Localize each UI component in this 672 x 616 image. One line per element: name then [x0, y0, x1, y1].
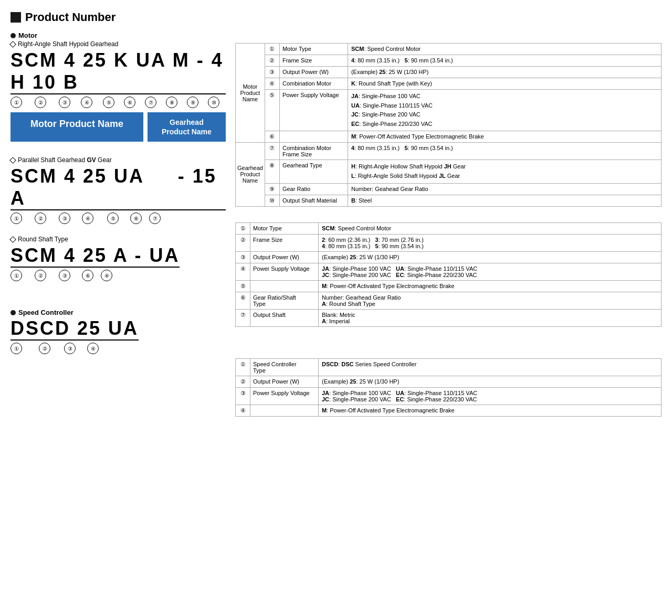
table-row: ⑥ Gear Ratio/ShaftType Number: Gearhead …	[236, 292, 662, 309]
num-6: ⑥	[124, 97, 135, 108]
table-row: ⑥ M: Power-Off Activated Type Electromag…	[236, 131, 662, 143]
motor-product-group-label: MotorProductName	[236, 44, 265, 143]
left-column: Motor Right-Angle Shaft Hypoid Gearhead …	[10, 31, 226, 366]
num-cell: ①	[265, 44, 279, 55]
table-row: MotorProductName ① Motor Type SCM: Speed…	[236, 44, 662, 55]
table-row: ① Speed ControllerType DSCD: DSC Series …	[236, 358, 662, 376]
round-product-code: SCM 4 25 A - UA	[10, 245, 180, 268]
table-row: ⑤ M: Power-Off Activated Type Electromag…	[236, 280, 662, 292]
page-wrapper: Product Number Motor Right-Angle Shaft H…	[10, 10, 662, 427]
table-parallel: ① Motor Type SCM: Speed Control Motor ② …	[235, 222, 662, 327]
num-10: ⑩	[208, 97, 219, 108]
motor-section: Motor Right-Angle Shaft Hypoid Gearhead …	[10, 31, 226, 142]
table-row: ③ Power Supply Voltage JA: Single-Phase …	[236, 387, 662, 405]
motor-product-code: SCM 4 25 K UA M - 4 H 10 B	[10, 49, 226, 94]
parallel-section: Parallel Shaft Gearhead GV Gear SCM 4 25…	[10, 156, 226, 224]
speed-bullet-icon	[10, 310, 16, 315]
table-row: ⑤ Power Supply Voltage JA: Single-Phase …	[236, 90, 662, 131]
num-5: ⑤	[103, 97, 114, 108]
table-row: ⑨ Gear Ratio Number: Geahead Gear Ratio	[236, 183, 662, 195]
table-right-angle: MotorProductName ① Motor Type SCM: Speed…	[235, 43, 662, 207]
table-row: ③ Output Power (W) (Example) 25: 25 W (1…	[236, 67, 662, 78]
right-column: MotorProductName ① Motor Type SCM: Speed…	[235, 31, 662, 427]
num-1: ①	[10, 97, 22, 108]
num-7: ⑦	[145, 97, 156, 108]
speed-product-code: DSCD 25 UA	[10, 317, 139, 341]
table-row: ② Frame Size 2: 60 mm (2.36 in.) 3: 70 m…	[236, 234, 662, 251]
motor-product-name-box: Motor Product Name	[10, 112, 143, 142]
num-3: ③	[59, 97, 70, 108]
num-9: ⑨	[187, 97, 198, 108]
gearhead-product-name-box: GearheadProduct Name	[148, 112, 226, 142]
name-boxes: Motor Product Name GearheadProduct Name	[10, 112, 226, 142]
num-8: ⑧	[166, 97, 177, 108]
diamond-icon-1	[9, 41, 16, 48]
diamond-icon-3	[9, 236, 16, 243]
motor-circled-nums: ① ② ③ ④ ⑤ ⑥ ⑦ ⑧ ⑨ ⑩	[10, 97, 226, 108]
num-4: ④	[81, 97, 92, 108]
speed-label: Speed Controller	[10, 309, 226, 316]
diamond-icon-2	[9, 157, 16, 164]
page-title: Product Number	[10, 10, 662, 24]
round-circled-nums: ① ② ③ ⑥ ④	[10, 270, 226, 281]
num-2: ②	[35, 97, 46, 108]
value-cell: SCM: Speed Control Motor	[348, 44, 661, 55]
gearhead-product-group-label: GearheadProductName	[236, 143, 265, 206]
table-row: ① Motor Type SCM: Speed Control Motor	[236, 222, 662, 234]
table-row: ② Frame Size 4: 80 mm (3.15 in.) 5: 90 m…	[236, 55, 662, 67]
speed-circled-nums: ① ② ③ ④	[10, 343, 226, 354]
title-square-icon	[10, 12, 21, 23]
table-row: ④ M: Power-Off Activated Type Electromag…	[236, 405, 662, 416]
table-row: GearheadProductName ⑦ Combination MotorF…	[236, 143, 662, 160]
round-sublabel: Round Shaft Type	[10, 236, 226, 243]
parallel-sublabel: Parallel Shaft Gearhead GV Gear	[10, 156, 226, 164]
motor-label: Motor	[10, 31, 226, 39]
table-row: ⑦ Output Shaft Blank: MetricA: Imperial	[236, 309, 662, 326]
table-row: ⑧ Gearhead Type H: Right-Angle Hollow Sh…	[236, 160, 662, 183]
parallel-circled-nums: ① ② ③ ④ ⑤ ⑥ ⑦	[10, 213, 226, 224]
table-row: ⑩ Output Shaft Material B: Steel	[236, 195, 662, 206]
motor-sublabel: Right-Angle Shaft Hypoid Gearhead	[10, 40, 226, 48]
table-row: ② Output Power (W) (Example) 25: 25 W (1…	[236, 376, 662, 387]
speed-controller-section: Speed Controller DSCD 25 UA ① ② ③ ④	[10, 309, 226, 354]
table-row: ④ Power Supply Voltage JA: Single-Phase …	[236, 263, 662, 280]
motor-bullet-icon	[10, 33, 16, 38]
round-shaft-section: Round Shaft Type SCM 4 25 A - UA ① ② ③ ⑥…	[10, 236, 226, 281]
label-cell: Motor Type	[279, 44, 348, 55]
table-row: ③ Output Power (W) (Example) 25: 25 W (1…	[236, 251, 662, 263]
parallel-product-code: SCM 4 25 UA - 15 A	[10, 165, 226, 210]
table-speed-controller: ① Speed ControllerType DSCD: DSC Series …	[235, 358, 662, 417]
table-row: ④ Combination Motor K: Round Shaft Type …	[236, 78, 662, 90]
